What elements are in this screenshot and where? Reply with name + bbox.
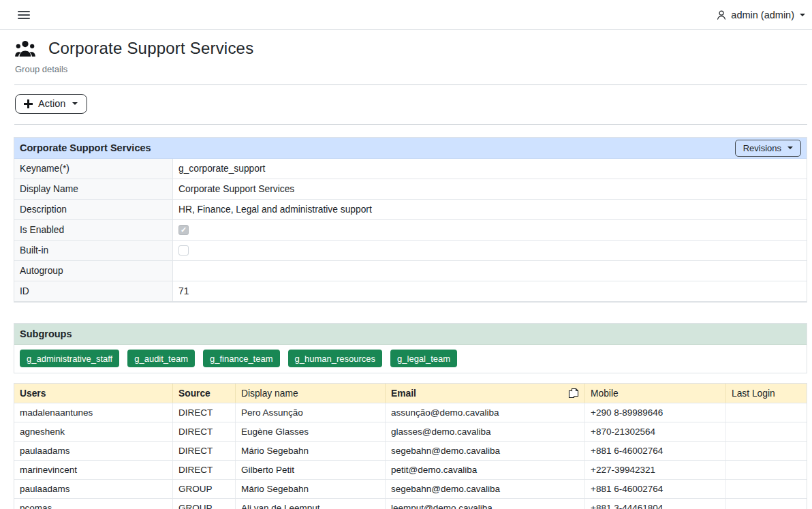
cell-user: paulaadams (14, 480, 173, 498)
cell-source: DIRECT (173, 461, 236, 479)
cell-display-name: Eugène Glasses (236, 422, 386, 441)
subgroups-title: Subgroups (20, 328, 72, 339)
table-row: paulaadams DIRECT Mário Segebahn segebah… (14, 442, 807, 461)
field-row-autogroup: Autogroup (14, 261, 807, 281)
divider (14, 124, 807, 125)
col-header-mobile: Mobile (585, 384, 726, 403)
cell-mobile: +227-39942321 (585, 461, 726, 479)
col-header-last-login: Last Login (726, 384, 807, 403)
cell-last-login (726, 480, 807, 498)
col-header-users: Users (14, 384, 173, 403)
user-label: admin (admin) (731, 10, 794, 20)
cell-display-name: Ali van de Leemput (236, 499, 386, 509)
cell-last-login (726, 422, 807, 441)
cell-source: DIRECT (173, 403, 236, 422)
cell-user: agneshenk (14, 422, 173, 441)
cell-email: segebahn@demo.cavaliba (386, 442, 585, 460)
user-menu[interactable]: admin (admin) (716, 10, 807, 20)
field-value (173, 261, 807, 281)
field-value: 71 (173, 281, 807, 301)
table-row: madalenaantunes DIRECT Pero Assunção ass… (14, 403, 807, 422)
subgroup-badge[interactable]: g_finance_team (203, 350, 280, 367)
col-header-email: Email (391, 388, 416, 399)
subgroup-badge[interactable]: g_human_resources (288, 350, 383, 367)
cell-display-name: Gilberto Petit (236, 461, 386, 479)
field-row-description: Description HR, Finance, Legal and admin… (14, 200, 807, 220)
subgroup-badge[interactable]: g_administrative_staff (20, 350, 119, 367)
field-label: Is Enabled (14, 220, 173, 240)
subgroup-badge[interactable]: g_audit_team (127, 350, 195, 367)
cell-last-login (726, 442, 807, 460)
person-icon (716, 10, 727, 20)
plus-icon (24, 99, 33, 108)
field-row-display-name: Display Name Corporate Support Services (14, 179, 807, 200)
cell-source: GROUP (173, 480, 236, 498)
group-users-icon (15, 40, 35, 57)
cell-email: petit@demo.cavaliba (386, 461, 585, 479)
cell-mobile: +290 8-89989646 (585, 403, 726, 422)
cell-mobile: +881 3-44461804 (585, 499, 726, 509)
col-header-display-name: Display name (236, 384, 386, 403)
cell-last-login (726, 461, 807, 479)
subgroup-badge[interactable]: g_legal_team (390, 350, 457, 367)
col-header-source: Source (173, 384, 236, 403)
copy-icon[interactable] (568, 388, 579, 399)
page-header: Corporate Support Services Group details (0, 30, 812, 74)
revisions-button-label: Revisions (743, 143, 781, 153)
field-value: Corporate Support Services (173, 179, 807, 199)
cell-source: DIRECT (173, 442, 236, 460)
cell-mobile: +881 6-46002764 (585, 480, 726, 498)
built-in-checkbox (178, 245, 189, 256)
cell-email: glasses@demo.cavaliba (386, 422, 585, 441)
is-enabled-checkbox: ✓ (178, 225, 189, 235)
field-row-built-in: Built-in (14, 241, 807, 261)
cell-display-name: Pero Assunção (236, 403, 386, 422)
cell-display-name: Mário Segebahn (236, 442, 386, 460)
users-table-header: Users Source Display name Email Mobile L… (14, 384, 807, 403)
cell-user: pcomas (14, 499, 173, 509)
subgroups-badges: g_administrative_staff g_audit_team g_fi… (14, 345, 807, 373)
page-title: Corporate Support Services (48, 39, 253, 58)
chevron-down-icon (787, 146, 793, 149)
cell-user: marinevincent (14, 461, 173, 479)
field-label: Description (14, 200, 173, 219)
field-label: ID (14, 281, 173, 301)
revisions-button[interactable]: Revisions (735, 140, 801, 157)
cell-mobile: +870-21302564 (585, 422, 726, 441)
table-row: marinevincent DIRECT Gilberto Petit peti… (14, 461, 807, 480)
field-row-is-enabled: Is Enabled ✓ (14, 220, 807, 241)
field-label: Autogroup (14, 261, 173, 281)
table-row: agneshenk DIRECT Eugène Glasses glasses@… (14, 422, 807, 442)
field-label: Built-in (14, 241, 173, 260)
cell-last-login (726, 499, 807, 509)
subgroups-panel: Subgroups g_administrative_staff g_audit… (14, 323, 807, 373)
cell-email: leemput@demo.cavaliba (386, 499, 585, 509)
page-subtitle: Group details (15, 64, 796, 74)
group-panel-title: Corporate Support Services (20, 142, 151, 153)
divider (14, 84, 807, 85)
menu-hamburger-icon[interactable] (16, 8, 31, 22)
cell-user: madalenaantunes (14, 403, 173, 422)
cell-user: paulaadams (14, 442, 173, 460)
field-label: Display Name (14, 179, 173, 199)
table-row: pcomas GROUP Ali van de Leemput leemput@… (14, 499, 807, 509)
cell-source: GROUP (173, 499, 236, 509)
action-button[interactable]: Action (15, 94, 87, 114)
table-row: paulaadams GROUP Mário Segebahn segebahn… (14, 480, 807, 499)
topbar: admin (admin) (0, 0, 812, 30)
field-row-keyname: Keyname(*) g_corporate_support (14, 159, 807, 179)
action-button-label: Action (38, 98, 65, 109)
field-label: Keyname(*) (14, 159, 173, 179)
field-value: HR, Finance, Legal and administrative su… (173, 200, 807, 219)
cell-display-name: Mário Segebahn (236, 480, 386, 498)
chevron-down-icon (800, 14, 805, 16)
group-details-panel: Corporate Support Services Revisions Key… (14, 137, 807, 303)
cell-last-login (726, 403, 807, 422)
cell-email: assunção@demo.cavaliba (386, 403, 585, 422)
users-table: Users Source Display name Email Mobile L… (14, 383, 807, 509)
cell-source: DIRECT (173, 422, 236, 441)
field-row-id: ID 71 (14, 281, 807, 302)
subgroups-header: Subgroups (14, 324, 807, 345)
group-panel-header: Corporate Support Services Revisions (14, 138, 807, 159)
chevron-down-icon (72, 102, 78, 105)
